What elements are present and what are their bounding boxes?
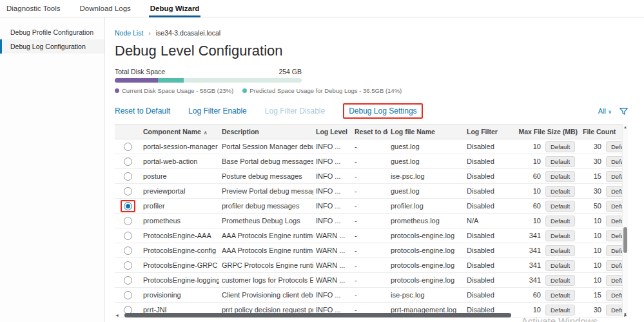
default-badge[interactable]: Defa xyxy=(606,201,622,212)
column-header-log-level[interactable]: Log Level xyxy=(313,128,352,136)
row-select-radio[interactable] xyxy=(124,157,132,166)
row-select-radio[interactable] xyxy=(124,217,132,225)
max-file-size-default-badge-cell: Default xyxy=(543,230,581,241)
total-disk-space-value: 254 GB xyxy=(278,68,302,75)
log-filter-enable-link[interactable]: Log Filter Enable xyxy=(188,106,247,116)
file-count-cell: 15 xyxy=(581,291,603,299)
reset-to-default-link[interactable]: Reset to Default xyxy=(115,106,170,116)
tab-diagnostic-tools[interactable]: Diagnostic Tools xyxy=(5,0,62,17)
file-count-default-badge-cell: Defa xyxy=(603,260,622,271)
scroll-right-icon[interactable]: ► xyxy=(623,313,628,317)
breadcrumb-node-list-link[interactable]: Node List xyxy=(115,29,143,37)
column-header-file-count[interactable]: File Count xyxy=(581,128,622,136)
top-navigation: Diagnostic Tools Download Logs Debug Wiz… xyxy=(0,0,644,17)
default-badge[interactable]: Default xyxy=(545,201,575,212)
default-badge[interactable]: Default xyxy=(545,171,575,182)
scroll-up-icon[interactable]: ▲ xyxy=(623,125,628,129)
log-level-dropdown[interactable]: INFO ... xyxy=(313,202,352,210)
default-badge[interactable]: Defa xyxy=(606,230,622,241)
log-level-dropdown[interactable]: WARN ... xyxy=(313,261,352,269)
max-file-size-cell: 60 xyxy=(514,202,543,210)
default-badge[interactable]: Defa xyxy=(606,245,622,256)
table-row: profiler profiler debug messages INFO ..… xyxy=(115,199,622,214)
sidebar-item-debug-log-configuration[interactable]: Debug Log Configuration xyxy=(0,39,104,54)
default-badge[interactable]: Default xyxy=(545,141,575,152)
log-level-dropdown[interactable]: INFO ... xyxy=(313,172,352,180)
default-badge[interactable]: Defa xyxy=(606,156,622,167)
max-file-size-default-badge-cell: Default xyxy=(543,201,581,212)
default-badge[interactable]: Defa xyxy=(606,290,622,301)
debug-log-settings-link[interactable]: Debug Log Settings xyxy=(343,103,422,119)
default-badge[interactable]: Default xyxy=(545,216,575,226)
reset-to-default-cell: - xyxy=(352,232,388,239)
row-select-radio[interactable] xyxy=(124,261,132,270)
disk-usage-bar xyxy=(115,78,302,83)
log-level-dropdown[interactable]: INFO ... xyxy=(313,157,352,165)
log-level-dropdown[interactable]: INFO ... xyxy=(313,291,352,299)
vertical-scrollbar-thumb[interactable] xyxy=(623,227,627,253)
default-badge[interactable]: Defa xyxy=(606,260,622,271)
default-badge[interactable]: Default xyxy=(545,230,575,241)
default-badge[interactable]: Defa xyxy=(606,216,622,226)
default-badge[interactable]: Defa xyxy=(606,275,622,286)
default-badge[interactable]: Default xyxy=(545,290,575,301)
column-header-reset-to-default[interactable]: Reset to de... xyxy=(352,128,388,136)
log-filter-cell: Disabled xyxy=(464,172,514,180)
column-header-max-file-size[interactable]: Max File Size (MB) xyxy=(514,128,581,136)
horizontal-scrollbar-thumb[interactable] xyxy=(124,313,511,317)
row-select-radio[interactable] xyxy=(124,202,132,210)
max-file-size-default-badge-cell: Default xyxy=(543,141,581,152)
default-badge[interactable]: Default xyxy=(545,275,575,286)
column-header-component-name[interactable]: Component Name∧ xyxy=(141,128,219,136)
column-header-description[interactable]: Description xyxy=(219,128,313,136)
radio-cell xyxy=(115,187,141,196)
description-cell: Client Provisioning client debug me... xyxy=(219,291,313,299)
table-row: ProtocolsEngine-logging customer logs fo… xyxy=(115,273,622,288)
default-badge[interactable]: Defa xyxy=(606,171,622,182)
row-select-radio[interactable] xyxy=(124,187,132,196)
file-count-default-badge-cell: Defa xyxy=(603,141,622,152)
tab-debug-wizard[interactable]: Debug Wizard xyxy=(149,0,201,17)
file-count-cell: 10 xyxy=(581,217,603,225)
column-header-log-file-name[interactable]: Log file Name xyxy=(388,128,464,136)
sidebar-item-debug-profile-configuration[interactable]: Debug Profile Configuration xyxy=(0,25,104,39)
breadcrumb-current-node: ise34-3.dcasalei.local xyxy=(156,29,220,37)
column-header-log-filter[interactable]: Log Filter xyxy=(464,128,514,136)
max-file-size-cell: 341 xyxy=(514,232,543,239)
component-name-cell: posture xyxy=(141,172,219,180)
log-level-dropdown[interactable]: INFO ... xyxy=(313,187,352,195)
file-count-cell: 30 xyxy=(581,157,603,165)
tab-download-logs[interactable]: Download Logs xyxy=(79,0,132,17)
row-select-radio[interactable] xyxy=(124,247,132,255)
filter-icon[interactable] xyxy=(620,107,628,116)
log-level-dropdown[interactable]: WARN ... xyxy=(313,232,352,239)
main-content: Node List › ise34-3.dcasalei.local Debug… xyxy=(105,17,644,322)
default-badge[interactable]: Defa xyxy=(606,186,622,197)
log-level-dropdown[interactable]: WARN ... xyxy=(313,247,352,254)
row-select-radio[interactable] xyxy=(124,143,132,151)
row-select-radio[interactable] xyxy=(124,291,132,299)
component-name-cell: provisioning xyxy=(141,291,219,299)
vertical-scrollbar[interactable]: ▲ ▼ xyxy=(622,124,628,317)
log-level-dropdown[interactable]: INFO ... xyxy=(313,217,352,225)
log-level-dropdown[interactable]: WARN ... xyxy=(313,276,352,284)
row-select-radio[interactable] xyxy=(124,172,132,181)
radio-cell xyxy=(115,247,141,255)
default-badge[interactable]: Default xyxy=(545,156,575,167)
log-filter-cell: Disabled xyxy=(464,276,514,284)
row-select-radio[interactable] xyxy=(124,232,132,240)
quick-filter-dropdown[interactable]: All ∨ xyxy=(598,107,612,115)
default-badge[interactable]: Default xyxy=(545,186,575,197)
component-name-cell: portal-session-manager xyxy=(141,143,219,150)
file-count-cell: 15 xyxy=(581,172,603,180)
default-badge[interactable]: Defa xyxy=(606,141,622,152)
log-level-dropdown[interactable]: INFO ... xyxy=(313,143,352,150)
purple-dot-icon xyxy=(115,88,119,93)
max-file-size-default-badge-cell: Default xyxy=(543,290,581,301)
scroll-left-icon[interactable]: ◄ xyxy=(115,313,119,317)
log-file-name-cell: prometheus.log xyxy=(388,217,464,225)
default-badge[interactable]: Default xyxy=(545,260,575,271)
row-select-radio[interactable] xyxy=(124,276,132,285)
default-badge[interactable]: Default xyxy=(545,245,575,256)
reset-to-default-cell: - xyxy=(352,172,388,180)
